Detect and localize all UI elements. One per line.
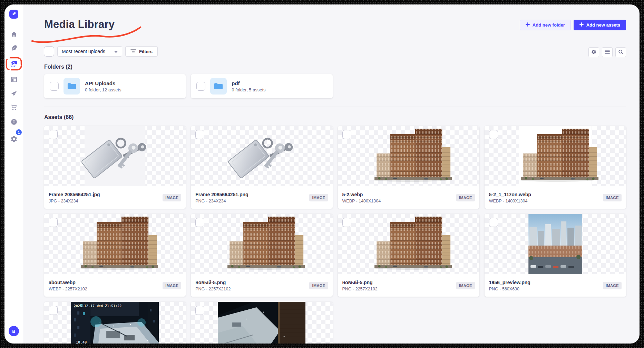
asset-card[interactable] xyxy=(191,302,332,344)
sidebar-item-content-manager[interactable] xyxy=(10,75,18,83)
asset-name: 5-2.webp xyxy=(342,192,381,197)
plus-icon xyxy=(526,22,530,28)
asset-checkbox[interactable] xyxy=(342,130,351,139)
asset-card[interactable]: Frame 2085664251.png PNG - 234X234 IMAGE xyxy=(191,126,332,209)
search-icon xyxy=(618,49,623,56)
asset-thumbnail xyxy=(338,126,479,186)
asset-checkbox[interactable] xyxy=(489,130,498,139)
sidebar-item-releases[interactable] xyxy=(10,89,18,98)
folder-name: pdf xyxy=(232,80,265,86)
asset-type-badge: IMAGE xyxy=(603,194,622,201)
asset-checkbox[interactable] xyxy=(49,130,58,139)
sidebar-item-content[interactable] xyxy=(10,44,18,52)
gear-icon xyxy=(10,136,18,143)
asset-type-badge: IMAGE xyxy=(603,282,622,289)
asset-checkbox[interactable] xyxy=(342,218,351,227)
asset-checkbox[interactable] xyxy=(49,218,58,227)
asset-thumbnail-art xyxy=(44,214,186,274)
asset-meta: PNG - 2257X2102 xyxy=(195,287,231,291)
sidebar-item-home[interactable] xyxy=(10,30,18,38)
app-window: 1 B Media Library Add new folder Add new… xyxy=(4,4,640,344)
folder-name: API Uploads xyxy=(85,80,121,86)
folder-card[interactable]: API Uploads 0 folder, 12 assets xyxy=(44,74,186,98)
sort-dropdown-value: Most recent uploads xyxy=(62,49,105,54)
asset-thumbnail-art xyxy=(191,214,332,274)
asset-card[interactable]: about.webp WEBP - 2257X2102 IMAGE xyxy=(44,214,186,297)
asset-thumbnail-art xyxy=(338,126,479,186)
settings-notification-badge: 1 xyxy=(16,129,22,135)
caret-down-icon xyxy=(114,49,118,54)
home-icon xyxy=(10,31,18,38)
add-new-folder-label: Add new folder xyxy=(533,22,565,28)
page-title: Media Library xyxy=(44,18,115,31)
asset-type-badge: IMAGE xyxy=(163,282,181,289)
assets-grid: Frame 2085664251.jpg JPG - 234X234 IMAGE… xyxy=(44,126,626,344)
folder-meta: 0 folder, 5 assets xyxy=(232,87,265,92)
folder-checkbox[interactable] xyxy=(196,82,205,91)
asset-type-badge: IMAGE xyxy=(456,194,475,201)
folder-meta: 0 folder, 12 assets xyxy=(85,87,121,92)
filters-button[interactable]: Filters xyxy=(125,46,158,57)
asset-meta: PNG - 560X630 xyxy=(489,287,530,291)
asset-thumbnail-art xyxy=(191,302,332,344)
assets-heading: Assets (66) xyxy=(44,114,74,120)
sidebar-item-media-library[interactable] xyxy=(10,60,18,68)
asset-checkbox[interactable] xyxy=(195,218,204,227)
add-new-assets-button[interactable]: Add new assets xyxy=(574,20,626,30)
list-view-button[interactable] xyxy=(602,47,613,57)
asset-thumbnail xyxy=(191,214,332,274)
asset-checkbox[interactable] xyxy=(195,130,204,139)
asset-name: 1956_preview.png xyxy=(489,280,530,285)
asset-card[interactable]: 2025-12-17 Wed 21:51:2210.49 xyxy=(44,302,186,344)
asset-thumbnail: 2025-12-17 Wed 21:51:2210.49 xyxy=(44,302,186,344)
grid-settings-button[interactable] xyxy=(588,47,599,57)
asset-name: Frame 2085664251.jpg xyxy=(49,192,100,197)
sort-dropdown[interactable]: Most recent uploads xyxy=(57,46,122,57)
app-logo[interactable] xyxy=(9,10,18,19)
asset-card[interactable]: 5-2.webp WEBP - 1400X1304 IMAGE xyxy=(338,126,479,209)
filters-button-label: Filters xyxy=(139,49,153,54)
asset-thumbnail xyxy=(485,126,626,186)
asset-thumbnail-art xyxy=(338,214,479,274)
asset-card[interactable]: Frame 2085664251.jpg JPG - 234X234 IMAGE xyxy=(44,126,186,209)
asset-checkbox[interactable] xyxy=(49,306,58,315)
asset-card-footer: Frame 2085664251.jpg JPG - 234X234 IMAGE xyxy=(44,186,186,209)
section-divider xyxy=(44,107,626,107)
sidebar-item-purchases[interactable] xyxy=(10,103,18,111)
asset-card-footer: 1956_preview.png PNG - 560X630 IMAGE xyxy=(485,274,626,297)
asset-thumbnail-art xyxy=(191,126,332,186)
asset-type-badge: IMAGE xyxy=(309,194,328,201)
search-button[interactable] xyxy=(615,47,626,57)
asset-thumbnail xyxy=(44,126,186,186)
filter-icon xyxy=(130,49,136,54)
asset-checkbox[interactable] xyxy=(489,218,498,227)
asset-card-footer: Frame 2085664251.png PNG - 234X234 IMAGE xyxy=(191,186,332,209)
cart-icon xyxy=(10,103,18,111)
feather-icon xyxy=(10,44,18,52)
sidebar-item-help[interactable] xyxy=(10,118,18,126)
asset-card[interactable]: новый-5.png PNG - 2257X2102 IMAGE xyxy=(191,214,332,297)
asset-meta: WEBP - 1400X1304 xyxy=(489,199,531,203)
asset-thumbnail-art xyxy=(44,126,186,186)
asset-name: about.webp xyxy=(49,280,87,285)
add-new-folder-button[interactable]: Add new folder xyxy=(520,20,571,30)
asset-name: 5-2_1_11zon.webp xyxy=(489,192,531,197)
asset-card[interactable]: новый-5.png PNG - 2257X2102 IMAGE xyxy=(338,214,479,297)
strapi-logo-icon xyxy=(11,11,17,18)
asset-card[interactable]: 1956_preview.png PNG - 560X630 IMAGE xyxy=(485,214,626,297)
folder-checkbox[interactable] xyxy=(50,82,59,91)
asset-meta: PNG - 2257X2102 xyxy=(342,287,378,291)
asset-checkbox[interactable] xyxy=(195,306,204,315)
asset-thumbnail xyxy=(485,214,626,274)
asset-card[interactable]: 5-2_1_11zon.webp WEBP - 1400X1304 IMAGE xyxy=(485,126,626,209)
asset-meta: WEBP - 1400X1304 xyxy=(342,199,381,203)
asset-type-badge: IMAGE xyxy=(456,282,475,289)
select-all-checkbox[interactable] xyxy=(44,46,54,57)
sidebar-item-settings[interactable] xyxy=(10,135,18,143)
asset-name: Frame 2085664251.png xyxy=(195,192,248,197)
asset-thumbnail-art xyxy=(485,126,626,186)
user-avatar[interactable]: B xyxy=(9,326,19,336)
paper-plane-icon xyxy=(10,90,18,97)
folder-card[interactable]: pdf 0 folder, 5 assets xyxy=(191,74,332,98)
thumbnail-counter: 10.49 xyxy=(76,340,87,344)
